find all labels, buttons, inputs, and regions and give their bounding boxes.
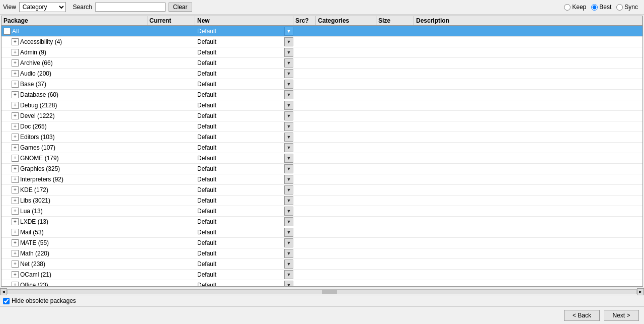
table-body[interactable]: −AllDefault▼+Accessibility (4)Default▼+A… <box>2 26 642 286</box>
new-value-cell[interactable]: Default▼ <box>195 164 293 174</box>
table-row[interactable]: +Admin (9)Default▼ <box>2 47 642 58</box>
new-value-cell[interactable]: Default▼ <box>195 121 293 132</box>
dropdown-arrow-icon[interactable]: ▼ <box>284 122 293 131</box>
table-row[interactable]: +Audio (200)Default▼ <box>2 69 642 79</box>
hide-obsolete-checkbox[interactable] <box>3 298 10 304</box>
hide-obsolete-label[interactable]: Hide obsolete packages <box>3 297 76 304</box>
table-row[interactable]: +Doc (265)Default▼ <box>2 121 642 132</box>
table-row[interactable]: +Mail (53)Default▼ <box>2 227 642 238</box>
expand-icon[interactable]: + <box>12 112 19 119</box>
table-row[interactable]: +Games (107)Default▼ <box>2 143 642 153</box>
new-value-cell[interactable]: Default▼ <box>195 270 293 280</box>
expand-icon[interactable]: + <box>12 91 19 98</box>
expand-icon[interactable]: + <box>12 229 19 236</box>
search-input[interactable] <box>95 3 166 12</box>
table-row[interactable]: +GNOME (179)Default▼ <box>2 153 642 164</box>
dropdown-arrow-icon[interactable]: ▼ <box>284 80 293 89</box>
new-value-cell[interactable]: Default▼ <box>195 69 293 79</box>
expand-icon[interactable]: + <box>12 282 19 286</box>
radio-sync-label[interactable]: Sync <box>616 4 638 11</box>
expand-icon[interactable]: + <box>12 155 19 162</box>
new-value-cell[interactable]: Default▼ <box>195 153 293 163</box>
dropdown-arrow-icon[interactable]: ▼ <box>284 101 293 110</box>
expand-icon[interactable]: + <box>12 102 19 109</box>
next-button[interactable]: Next > <box>604 310 639 321</box>
dropdown-arrow-icon[interactable]: ▼ <box>284 217 293 226</box>
expand-icon[interactable]: + <box>12 81 19 88</box>
new-value-cell[interactable]: Default▼ <box>195 90 293 100</box>
table-row[interactable]: +Database (60)Default▼ <box>2 90 642 100</box>
new-value-cell[interactable]: Default▼ <box>195 58 293 68</box>
hscroll-thumb[interactable] <box>322 290 337 294</box>
dropdown-arrow-icon[interactable]: ▼ <box>284 143 293 152</box>
expand-icon[interactable]: + <box>12 144 19 151</box>
hscroll-right-btn[interactable]: ► <box>637 288 644 295</box>
expand-icon[interactable]: + <box>12 271 19 278</box>
dropdown-arrow-icon[interactable]: ▼ <box>284 164 293 173</box>
table-row[interactable]: +Lua (13)Default▼ <box>2 206 642 217</box>
table-row[interactable]: +Office (23)Default▼ <box>2 280 642 286</box>
expand-icon[interactable]: + <box>12 176 19 183</box>
radio-sync[interactable] <box>616 4 623 11</box>
new-value-cell[interactable]: Default▼ <box>195 227 293 237</box>
table-row[interactable]: +Editors (103)Default▼ <box>2 132 642 143</box>
table-row[interactable]: +Debug (2128)Default▼ <box>2 100 642 111</box>
dropdown-arrow-icon[interactable]: ▼ <box>284 185 293 195</box>
expand-icon[interactable]: + <box>12 59 19 67</box>
view-select[interactable]: Category Full Partial Up to date Not ins… <box>19 2 66 12</box>
dropdown-arrow-icon[interactable]: ▼ <box>284 207 293 216</box>
table-row[interactable]: +Graphics (325)Default▼ <box>2 164 642 174</box>
new-value-cell[interactable]: Default▼ <box>195 26 293 36</box>
new-value-cell[interactable]: Default▼ <box>195 100 293 110</box>
dropdown-arrow-icon[interactable]: ▼ <box>284 270 293 279</box>
new-value-cell[interactable]: Default▼ <box>195 206 293 216</box>
table-row[interactable]: +MATE (55)Default▼ <box>2 238 642 248</box>
new-value-cell[interactable]: Default▼ <box>195 79 293 89</box>
expand-icon[interactable]: + <box>12 165 19 172</box>
dropdown-arrow-icon[interactable]: ▼ <box>284 154 293 163</box>
hscroll-track[interactable] <box>7 289 637 294</box>
table-row[interactable]: +Math (220)Default▼ <box>2 248 642 259</box>
expand-icon[interactable]: + <box>12 218 19 225</box>
new-value-cell[interactable]: Default▼ <box>195 185 293 195</box>
hscroll-left-btn[interactable]: ◄ <box>0 288 7 295</box>
dropdown-arrow-icon[interactable]: ▼ <box>284 249 293 258</box>
expand-icon[interactable]: + <box>12 250 19 257</box>
dropdown-arrow-icon[interactable]: ▼ <box>284 281 293 286</box>
table-row[interactable]: +Libs (3021)Default▼ <box>2 196 642 206</box>
new-value-cell[interactable]: Default▼ <box>195 111 293 121</box>
dropdown-arrow-icon[interactable]: ▼ <box>284 27 293 36</box>
expand-icon[interactable]: + <box>12 239 19 246</box>
expand-icon[interactable]: + <box>12 70 19 77</box>
new-value-cell[interactable]: Default▼ <box>195 143 293 153</box>
dropdown-arrow-icon[interactable]: ▼ <box>284 48 293 57</box>
expand-icon[interactable]: + <box>12 134 19 141</box>
table-row[interactable]: +Interpreters (92)Default▼ <box>2 174 642 185</box>
expand-icon[interactable]: + <box>12 123 19 130</box>
new-value-cell[interactable]: Default▼ <box>195 37 293 47</box>
expand-icon[interactable]: + <box>12 38 19 45</box>
dropdown-arrow-icon[interactable]: ▼ <box>284 37 293 46</box>
radio-keep[interactable] <box>564 4 571 11</box>
dropdown-arrow-icon[interactable]: ▼ <box>284 228 293 237</box>
new-value-cell[interactable]: Default▼ <box>195 47 293 57</box>
new-value-cell[interactable]: Default▼ <box>195 174 293 184</box>
table-row[interactable]: +Base (37)Default▼ <box>2 79 642 90</box>
table-row[interactable]: +OCaml (21)Default▼ <box>2 270 642 280</box>
expand-icon[interactable]: + <box>12 49 19 56</box>
new-value-cell[interactable]: Default▼ <box>195 217 293 227</box>
table-row[interactable]: +LXDE (13)Default▼ <box>2 217 642 227</box>
collapse-icon[interactable]: − <box>4 28 11 35</box>
new-value-cell[interactable]: Default▼ <box>195 238 293 248</box>
new-value-cell[interactable]: Default▼ <box>195 280 293 286</box>
expand-icon[interactable]: + <box>12 208 19 215</box>
new-value-cell[interactable]: Default▼ <box>195 248 293 258</box>
radio-best-label[interactable]: Best <box>591 4 611 11</box>
new-value-cell[interactable]: Default▼ <box>195 132 293 142</box>
table-row[interactable]: +KDE (172)Default▼ <box>2 185 642 196</box>
back-button[interactable]: < Back <box>564 310 600 321</box>
dropdown-arrow-icon[interactable]: ▼ <box>284 133 293 142</box>
dropdown-arrow-icon[interactable]: ▼ <box>284 175 293 184</box>
radio-best[interactable] <box>591 4 598 11</box>
dropdown-arrow-icon[interactable]: ▼ <box>284 260 293 269</box>
